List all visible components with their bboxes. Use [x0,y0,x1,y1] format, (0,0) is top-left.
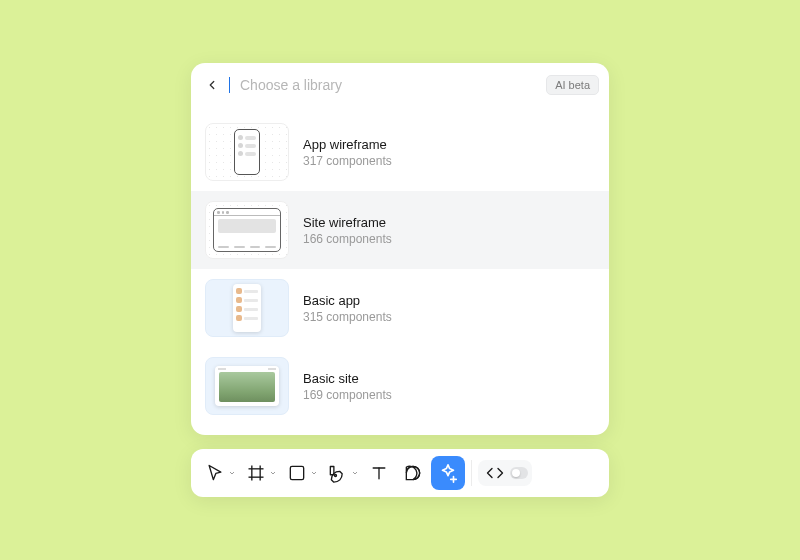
text-icon [369,463,389,483]
library-item-basic-site[interactable]: Basic site 169 components [191,347,609,425]
code-icon [486,464,504,482]
phone-wireframe-icon [234,129,260,175]
library-subtitle: 166 components [303,232,392,246]
thumbnail [205,201,289,259]
ai-beta-badge: AI beta [546,75,599,95]
library-title: Basic site [303,371,392,386]
toggle-switch[interactable] [510,467,528,479]
library-meta: App wireframe 317 components [303,137,392,168]
panel-header: AI beta [191,63,609,107]
frame-icon [246,463,266,483]
thumbnail [205,279,289,337]
chevron-left-icon [205,78,219,92]
phone-app-icon [233,284,261,332]
browser-wireframe-icon [213,208,281,252]
library-item-site-wireframe[interactable]: Site wireframe 166 components [191,191,609,269]
library-subtitle: 315 components [303,310,392,324]
shape-tool[interactable] [281,456,320,490]
thumbnail [205,357,289,415]
comment-tool[interactable] [397,456,429,490]
sparkle-icon [437,462,459,484]
toolbar-divider [471,460,472,486]
library-search-input[interactable] [238,73,540,97]
library-item-app-wireframe[interactable]: App wireframe 317 components [191,113,609,191]
chevron-down-icon [351,469,359,477]
library-picker-panel: AI beta App wireframe 317 components [191,63,609,435]
library-meta: Basic site 169 components [303,371,392,402]
library-list: App wireframe 317 components Site wirefr… [191,107,609,435]
chevron-down-icon [310,469,318,477]
thumbnail [205,123,289,181]
library-meta: Basic app 315 components [303,293,392,324]
library-subtitle: 169 components [303,388,392,402]
library-title: Basic app [303,293,392,308]
rectangle-icon [287,463,307,483]
library-meta: Site wireframe 166 components [303,215,392,246]
frame-tool[interactable] [240,456,279,490]
library-subtitle: 317 components [303,154,392,168]
dev-mode-toggle[interactable] [478,460,532,486]
chevron-down-icon [228,469,236,477]
chevron-down-icon [269,469,277,477]
pen-tool[interactable] [322,456,361,490]
library-title: App wireframe [303,137,392,152]
cursor-icon [205,463,225,483]
back-button[interactable] [201,74,223,96]
svg-point-5 [335,475,337,477]
toolbar [191,449,609,497]
comment-icon [403,463,423,483]
pen-icon [328,463,348,483]
move-tool[interactable] [199,456,238,490]
ai-tool[interactable] [431,456,465,490]
text-tool[interactable] [363,456,395,490]
site-card-icon [215,366,279,406]
library-title: Site wireframe [303,215,392,230]
svg-rect-4 [290,466,303,479]
text-cursor [229,77,230,93]
library-item-basic-app[interactable]: Basic app 315 components [191,269,609,347]
